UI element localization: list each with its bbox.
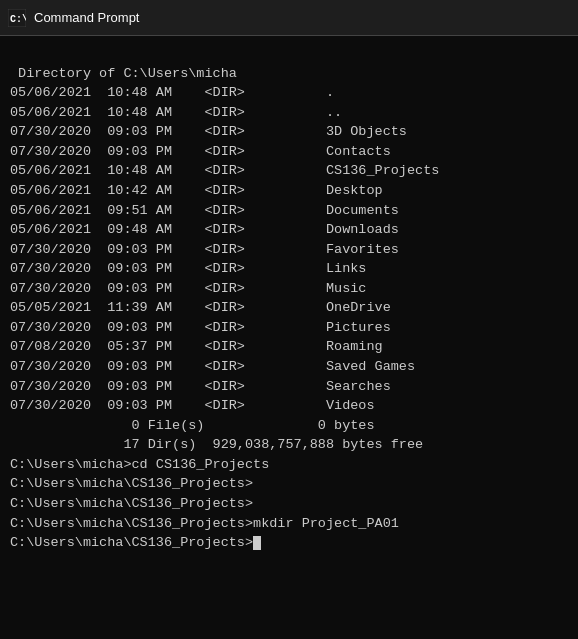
terminal-line: 07/08/2020 05:37 PM <DIR> Roaming	[10, 337, 568, 357]
terminal-line: C:\Users\micha\CS136_Projects>	[10, 494, 568, 514]
terminal-line: 17 Dir(s) 929,038,757,888 bytes free	[10, 435, 568, 455]
terminal-line: 07/30/2020 09:03 PM <DIR> Videos	[10, 396, 568, 416]
terminal-line: 05/06/2021 10:48 AM <DIR> ..	[10, 103, 568, 123]
terminal-body[interactable]: Directory of C:\Users\micha05/06/2021 10…	[0, 36, 578, 639]
terminal-line: 0 File(s) 0 bytes	[10, 416, 568, 436]
terminal-line: 07/30/2020 09:03 PM <DIR> Music	[10, 279, 568, 299]
terminal-line: 07/30/2020 09:03 PM <DIR> Saved Games	[10, 357, 568, 377]
terminal-line: 05/05/2021 11:39 AM <DIR> OneDrive	[10, 298, 568, 318]
terminal-line: 05/06/2021 10:48 AM <DIR> CS136_Projects	[10, 161, 568, 181]
svg-text:C:\: C:\	[10, 14, 26, 25]
terminal-line: C:\Users\micha\CS136_Projects>mkdir Proj…	[10, 514, 568, 534]
terminal-line: 05/06/2021 10:48 AM <DIR> .	[10, 83, 568, 103]
terminal-line: C:\Users\micha\CS136_Projects>	[10, 533, 568, 553]
cursor	[253, 536, 261, 550]
terminal-line: 05/06/2021 09:51 AM <DIR> Documents	[10, 201, 568, 221]
terminal-line: 07/30/2020 09:03 PM <DIR> 3D Objects	[10, 122, 568, 142]
terminal-line: Directory of C:\Users\micha	[10, 64, 568, 84]
terminal-line: 05/06/2021 09:48 AM <DIR> Downloads	[10, 220, 568, 240]
terminal-line: 07/30/2020 09:03 PM <DIR> Searches	[10, 377, 568, 397]
title-bar: C:\ Command Prompt	[0, 0, 578, 36]
terminal-line: 07/30/2020 09:03 PM <DIR> Contacts	[10, 142, 568, 162]
terminal-line: 07/30/2020 09:03 PM <DIR> Pictures	[10, 318, 568, 338]
window-title: Command Prompt	[34, 10, 139, 25]
terminal-line: C:\Users\micha>cd CS136_Projects	[10, 455, 568, 475]
terminal-line: 07/30/2020 09:03 PM <DIR> Favorites	[10, 240, 568, 260]
cmd-icon: C:\	[8, 9, 26, 27]
terminal-line: C:\Users\micha\CS136_Projects>	[10, 474, 568, 494]
terminal-line: 05/06/2021 10:42 AM <DIR> Desktop	[10, 181, 568, 201]
terminal-line: 07/30/2020 09:03 PM <DIR> Links	[10, 259, 568, 279]
